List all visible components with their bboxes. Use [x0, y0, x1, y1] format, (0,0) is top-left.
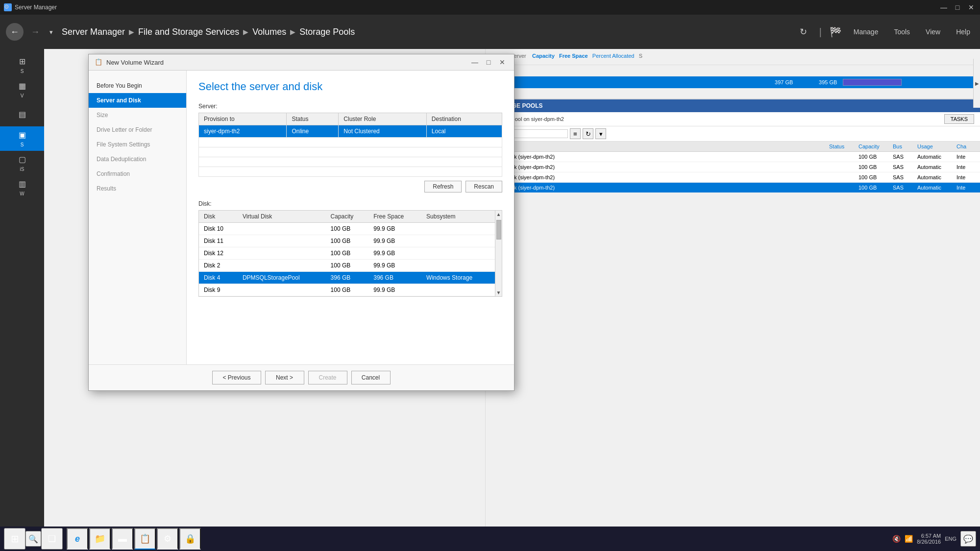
disk-row-11[interactable]: Disk 11 100 GB 99.9 GB [199, 235, 495, 247]
disk-10-virtual [238, 223, 326, 235]
app-icon: ⚙ [4, 3, 12, 11]
server-col-status: Status [287, 113, 339, 125]
wizard-step-server-disk[interactable]: Server and Disk [89, 93, 186, 108]
breadcrumb-item-file-storage[interactable]: File and Storage Services [138, 27, 239, 37]
dialog-minimize-button[interactable]: — [469, 57, 481, 67]
server-row-empty-3 [199, 157, 502, 167]
refresh-button[interactable]: Refresh [424, 181, 462, 192]
back-button[interactable]: ← [6, 23, 24, 41]
wizard-step-dedup[interactable]: Data Deduplication [89, 152, 186, 167]
sidebar-item-iis[interactable]: ▢ iS [0, 151, 44, 175]
wizard-step-size[interactable]: Size [89, 108, 186, 122]
disk-row-4-selected[interactable]: Disk 4 DPMSQLStoragePool 396 GB 396 GB W… [199, 272, 495, 284]
dialog-maximize-button[interactable]: □ [483, 57, 494, 67]
manage-menu[interactable]: Manage [850, 26, 882, 38]
help-menu[interactable]: Help [952, 26, 974, 38]
disk-col-virtual: Virtual Disk [238, 211, 326, 223]
breadcrumb-item-volumes[interactable]: Volumes [252, 27, 286, 37]
taskbar-app1[interactable]: 📋 [134, 528, 156, 550]
nav-separator: | [819, 26, 822, 38]
sidebar-item-extra[interactable]: ▥ W [0, 175, 44, 200]
taskbar-network-icon[interactable]: 📶 [905, 535, 913, 543]
wizard-sidebar: Before You Begin Server and Disk Size Dr… [89, 71, 187, 364]
disk-10-name: Disk 10 [199, 223, 238, 235]
breadcrumb-item-storage-pools[interactable]: Storage Pools [299, 27, 355, 37]
disk-10-freespace: 99.9 GB [368, 223, 421, 235]
disk-11-capacity: 100 GB [326, 235, 369, 247]
dialog-close-button[interactable]: ✕ [496, 57, 508, 67]
disk-2-capacity: 100 GB [326, 260, 369, 272]
taskbar-clock: 6:57 AM 8/26/2016 [917, 533, 941, 545]
close-button[interactable]: ✕ [966, 2, 976, 12]
taskbar-cmd[interactable]: ▬ [112, 528, 133, 550]
taskbar-apps: e 📁 ▬ 📋 ⚙ 🔒 [67, 528, 201, 550]
sidebar-item-extra-label: W [20, 191, 24, 196]
previous-button[interactable]: < Previous [212, 371, 261, 384]
taskbar-volume-icon[interactable]: 🔇 [892, 535, 901, 543]
cancel-button[interactable]: Cancel [351, 371, 391, 384]
nav-right: ↻ | 🏁 Manage Tools View Help [796, 24, 974, 40]
wizard-page-title: Select the server and disk [198, 80, 502, 93]
disk-row-10[interactable]: Disk 10 100 GB 99.9 GB [199, 223, 495, 235]
disk-11-subsystem [421, 235, 495, 247]
breadcrumb-item-server-manager[interactable]: Server Manager [62, 27, 125, 37]
next-button[interactable]: Next > [265, 371, 304, 384]
rescan-button[interactable]: Rescan [466, 181, 502, 192]
wizard-step-results[interactable]: Results [89, 181, 186, 196]
disk-col-disk: Disk [199, 211, 238, 223]
nav-dropdown-button[interactable]: ▾ [46, 23, 56, 41]
start-button[interactable]: ⊞ [4, 528, 25, 550]
sidebar-item-file-storage-label: S [21, 142, 24, 147]
sidebar-item-file-storage[interactable]: ▣ S [0, 126, 44, 151]
wizard-step-filesystem[interactable]: File System Settings [89, 137, 186, 152]
dialog-footer: < Previous Next > Create Cancel [89, 364, 514, 390]
taskbar-ie[interactable]: e [67, 528, 88, 550]
disk-section: Disk: Disk Virtual Disk Capacity Free Sp [198, 200, 502, 297]
taskbar-notification-button[interactable]: 💬 [960, 531, 976, 547]
create-button[interactable]: Create [308, 371, 347, 384]
disk-scroll-up-button[interactable]: ▲ [495, 211, 502, 218]
sidebar-item-dashboard[interactable]: ⊞ S [0, 53, 44, 77]
disk-scrollbar: ▲ ▼ [495, 211, 502, 296]
flag-icon: 🏁 [830, 26, 842, 38]
disk-9-name: Disk 9 [199, 284, 238, 296]
disk-row-9[interactable]: Disk 9 100 GB 99.9 GB [199, 284, 495, 296]
taskbar-language: ENG [945, 536, 956, 542]
disk-2-name: Disk 2 [199, 260, 238, 272]
taskbar-search-button[interactable]: 🔍 [25, 531, 41, 547]
wizard-step-confirmation[interactable]: Confirmation [89, 167, 186, 181]
disk-section-label: Disk: [198, 200, 502, 207]
disk-12-capacity: 100 GB [326, 247, 369, 260]
taskbar-explorer[interactable]: 📁 [89, 528, 111, 550]
sidebar: ⊞ S ▦ V ▤ ▣ S ▢ iS ▥ W [0, 49, 44, 551]
server-row-1[interactable]: siyer-dpm-th2 Online Not Clustered Local [199, 125, 502, 138]
view-menu[interactable]: View [922, 26, 944, 38]
disk-scroll-thumb[interactable] [496, 220, 501, 240]
maximize-button[interactable]: □ [953, 2, 962, 12]
minimize-button[interactable]: — [939, 2, 949, 12]
disk-row-2[interactable]: Disk 2 100 GB 99.9 GB [199, 260, 495, 272]
dialog-body: Before You Begin Server and Disk Size Dr… [89, 71, 514, 364]
sidebar-item-local-server[interactable]: ▦ V [0, 77, 44, 102]
disk-12-subsystem [421, 247, 495, 260]
sidebar-item-all-servers[interactable]: ▤ [0, 102, 44, 126]
disk-12-freespace: 99.9 GB [368, 247, 421, 260]
dashboard-icon: ⊞ [17, 57, 27, 67]
taskbar-app2[interactable]: ⚙ [157, 528, 178, 550]
server-table-actions: Refresh Rescan [198, 181, 502, 192]
wizard-step-drive-letter[interactable]: Drive Letter or Folder [89, 122, 186, 137]
tools-menu[interactable]: Tools [890, 26, 914, 38]
disk-col-subsystem: Subsystem [421, 211, 495, 223]
sidebar-item-iis-label: iS [20, 167, 24, 172]
disk-9-freespace: 99.9 GB [368, 284, 421, 296]
forward-button[interactable]: → [26, 23, 44, 41]
disk-row-12[interactable]: Disk 12 100 GB 99.9 GB [199, 247, 495, 260]
disk-col-freespace: Free Space [368, 211, 421, 223]
dialog-title-icon: 📋 [95, 58, 102, 66]
wizard-step-before-begin[interactable]: Before You Begin [89, 78, 186, 93]
disk-10-subsystem [421, 223, 495, 235]
nav-refresh-button[interactable]: ↻ [796, 24, 811, 40]
task-view-button[interactable]: ❑ [41, 528, 63, 550]
taskbar-app3[interactable]: 🔒 [179, 528, 201, 550]
disk-scroll-down-button[interactable]: ▼ [495, 289, 502, 296]
